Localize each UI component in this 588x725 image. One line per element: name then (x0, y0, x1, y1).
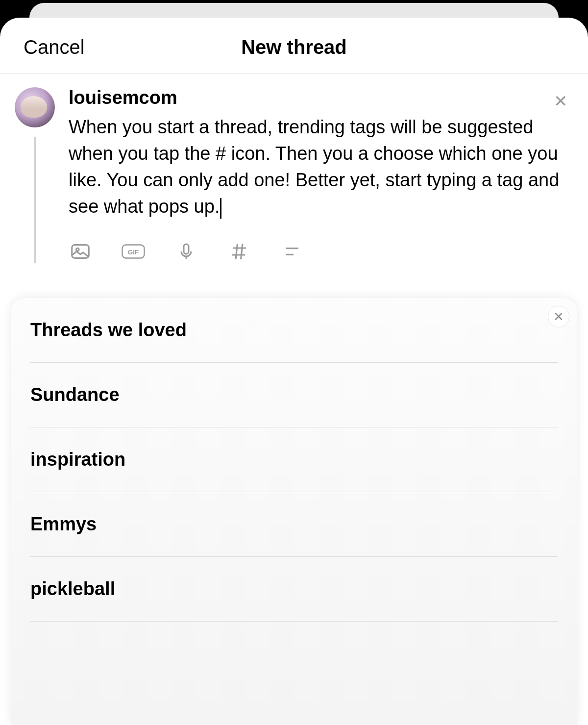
suggestion-item[interactable]: inspiration (30, 427, 558, 492)
compose-body: louisemcom When you start a thread, tren… (55, 87, 573, 263)
svg-rect-4 (184, 244, 189, 254)
tag-suggestions-panel: ✕ Threads we loved Sundance inspiration … (11, 298, 577, 725)
cancel-button[interactable]: Cancel (24, 36, 85, 58)
mic-icon[interactable] (174, 240, 198, 263)
avatar[interactable] (15, 87, 55, 127)
svg-text:GIF: GIF (128, 249, 139, 256)
new-thread-sheet: Cancel New thread louisemcom When you st… (0, 18, 588, 725)
photo-icon[interactable] (69, 240, 92, 263)
suggestion-item[interactable]: Sundance (30, 363, 558, 427)
thread-line (34, 137, 36, 263)
suggestion-item[interactable]: Threads we loved (30, 298, 558, 363)
close-icon[interactable]: ✕ (554, 91, 567, 111)
page-title: New thread (241, 36, 347, 58)
suggestion-item[interactable]: pickleball (30, 557, 558, 622)
close-icon: ✕ (553, 309, 564, 325)
close-suggestions-button[interactable]: ✕ (548, 306, 569, 327)
suggestion-item[interactable]: Emmys (30, 492, 558, 557)
compose-area: louisemcom When you start a thread, tren… (0, 74, 588, 263)
hashtag-icon[interactable] (227, 240, 251, 263)
svg-rect-0 (72, 245, 89, 258)
header: Cancel New thread (0, 18, 588, 74)
text-cursor (220, 198, 221, 219)
thread-text-content: When you start a thread, trending tags w… (69, 117, 559, 217)
gif-icon[interactable]: GIF (122, 240, 145, 263)
compose-toolbar: GIF (69, 220, 573, 263)
menu-icon[interactable] (280, 240, 304, 263)
username-label[interactable]: louisemcom (69, 87, 573, 108)
thread-text-input[interactable]: When you start a thread, trending tags w… (69, 114, 573, 220)
